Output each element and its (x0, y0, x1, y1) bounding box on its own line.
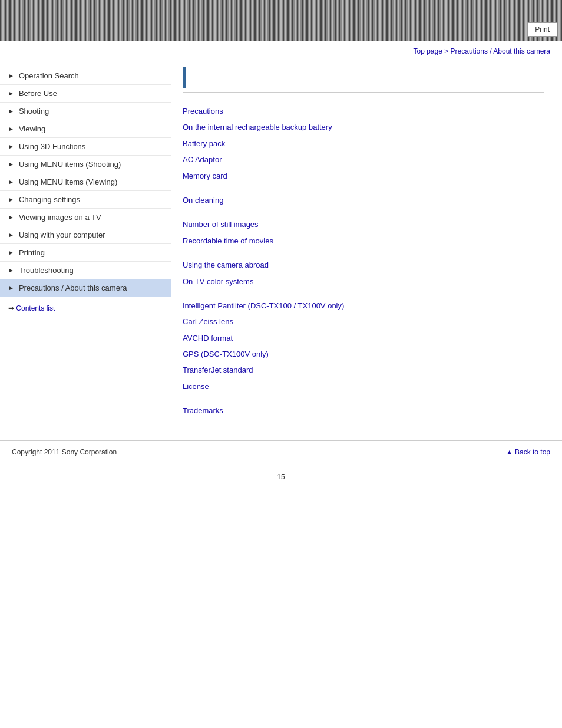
sidebar-item-label: Viewing images on a TV (19, 213, 101, 222)
sidebar-item-label: Shooting (19, 107, 49, 116)
sidebar-arrow-icon: ► (8, 73, 14, 79)
sidebar-item-printing[interactable]: ►Printing (0, 244, 171, 262)
sidebar-item-label: Changing settings (19, 195, 80, 204)
breadcrumb-sep2: / (488, 47, 493, 55)
sidebar-item-label: Operation Search (19, 71, 79, 80)
content-link-on-cleaning[interactable]: On cleaning (183, 193, 544, 207)
sidebar-arrow-icon: ► (8, 108, 14, 114)
arrow-right-icon: ➡ (8, 304, 14, 312)
content-section-section5: Intelligent Pantilter (DSC-TX100 / TX100… (183, 299, 544, 393)
content-section-section2: On cleaning (183, 193, 544, 207)
sidebar-item-using-menu-viewing[interactable]: ►Using MENU items (Viewing) (0, 173, 171, 191)
content-link-movies-time[interactable]: Recordable time of movies (183, 234, 544, 248)
breadcrumb-about-camera-link[interactable]: About this camera (493, 47, 550, 55)
sidebar-item-viewing[interactable]: ►Viewing (0, 120, 171, 138)
sidebar-arrow-icon: ► (8, 196, 14, 203)
sidebar-item-label: Before Use (19, 89, 57, 98)
sidebar-item-label: Precautions / About this camera (19, 284, 127, 292)
sidebar-item-label: Printing (19, 248, 45, 257)
sidebar-item-label: Using MENU items (Viewing) (19, 177, 117, 186)
title-accent-bar (183, 67, 186, 88)
breadcrumb-top-link[interactable]: Top page (413, 47, 442, 55)
breadcrumb-sep1: > (442, 47, 451, 55)
sidebar-item-using-3d[interactable]: ►Using 3D Functions (0, 138, 171, 156)
content-section-section3: Number of still imagesRecordable time of… (183, 218, 544, 248)
sidebar-item-using-computer[interactable]: ►Using with your computer (0, 226, 171, 244)
sidebar-arrow-icon: ► (8, 267, 14, 274)
header-bar: Print (0, 0, 562, 41)
sidebar-item-precautions[interactable]: ►Precautions / About this camera (0, 279, 171, 297)
sidebar-item-viewing-tv[interactable]: ►Viewing images on a TV (0, 209, 171, 226)
page-title-bar (183, 67, 544, 93)
content-area: PrecautionsOn the internal rechargeable … (171, 61, 562, 440)
content-link-tv-color[interactable]: On TV color systems (183, 275, 544, 288)
footer-copyright: Copyright 2011 Sony Corporation (12, 448, 117, 456)
content-link-precautions[interactable]: Precautions (183, 104, 544, 118)
sidebar-item-label: Using 3D Functions (19, 142, 85, 151)
sidebar-arrow-icon: ► (8, 249, 14, 256)
main-layout: ►Operation Search►Before Use►Shooting►Vi… (0, 61, 562, 440)
sidebar-arrow-icon: ► (8, 285, 14, 291)
sidebar-arrow-icon: ► (8, 179, 14, 185)
content-link-transferjet[interactable]: TransferJet standard (183, 363, 544, 377)
sidebar-arrow-icon: ► (8, 126, 14, 132)
content-link-camera-abroad[interactable]: Using the camera abroad (183, 258, 544, 272)
sidebar-arrow-icon: ► (8, 232, 14, 238)
sidebar-item-changing-settings[interactable]: ►Changing settings (0, 191, 171, 209)
print-button[interactable]: Print (527, 22, 557, 37)
content-section-section6: Trademarks (183, 404, 544, 417)
sidebar-arrow-icon: ► (8, 161, 14, 167)
sidebar-item-label: Using with your computer (19, 230, 105, 239)
sidebar-item-label: Viewing (19, 124, 45, 133)
sidebar-arrow-icon: ► (8, 143, 14, 150)
sidebar: ►Operation Search►Before Use►Shooting►Vi… (0, 61, 171, 440)
contents-list-anchor[interactable]: Contents list (16, 304, 55, 312)
content-link-memory-card[interactable]: Memory card (183, 169, 544, 183)
contents-list-link[interactable]: ➡ Contents list (0, 297, 171, 319)
sidebar-item-label: Using MENU items (Shooting) (19, 160, 121, 169)
content-section-section1: PrecautionsOn the internal rechargeable … (183, 104, 544, 183)
content-link-avchd-format[interactable]: AVCHD format (183, 331, 544, 345)
sidebar-item-before-use[interactable]: ►Before Use (0, 85, 171, 103)
page-number: 15 (0, 463, 562, 490)
sidebar-item-shooting[interactable]: ►Shooting (0, 103, 171, 120)
content-link-gps[interactable]: GPS (DSC-TX100V only) (183, 347, 544, 361)
content-link-still-images[interactable]: Number of still images (183, 218, 544, 231)
content-link-carl-zeiss[interactable]: Carl Zeiss lens (183, 315, 544, 328)
breadcrumb-precautions-link[interactable]: Precautions (451, 47, 488, 55)
content-link-license[interactable]: License (183, 380, 544, 393)
sidebar-item-operation-search[interactable]: ►Operation Search (0, 67, 171, 85)
content-section-section4: Using the camera abroadOn TV color syste… (183, 258, 544, 288)
content-link-internal-battery[interactable]: On the internal rechargeable backup batt… (183, 120, 544, 134)
content-link-trademarks[interactable]: Trademarks (183, 404, 544, 417)
content-link-intelligent-pantilter[interactable]: Intelligent Pantilter (DSC-TX100 / TX100… (183, 299, 544, 312)
content-link-ac-adaptor[interactable]: AC Adaptor (183, 153, 544, 166)
sidebar-item-using-menu-shooting[interactable]: ►Using MENU items (Shooting) (0, 156, 171, 173)
sidebar-arrow-icon: ► (8, 214, 14, 220)
sidebar-arrow-icon: ► (8, 90, 14, 97)
back-to-top-link[interactable]: ▲ Back to top (506, 448, 550, 456)
breadcrumb: Top page > Precautions / About this came… (0, 41, 562, 61)
sidebar-item-troubleshooting[interactable]: ►Troubleshooting (0, 262, 171, 279)
footer: Copyright 2011 Sony Corporation ▲ Back t… (0, 440, 562, 463)
content-link-battery-pack[interactable]: Battery pack (183, 137, 544, 150)
sidebar-item-label: Troubleshooting (19, 266, 74, 275)
